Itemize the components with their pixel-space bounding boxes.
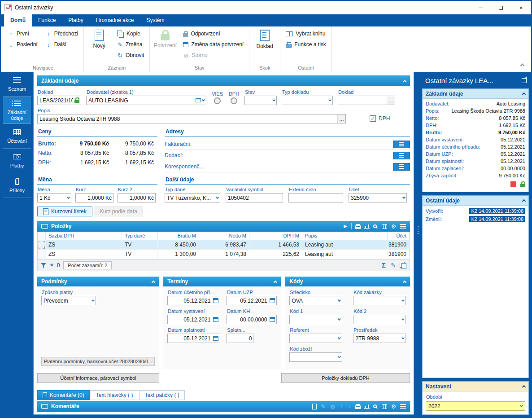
ucetni-informace-button[interactable]: Účetní informace, párovací symbol xyxy=(37,373,159,383)
filter-icon[interactable] xyxy=(41,263,47,268)
datum-splatnosti-field[interactable]: 05.12.2021 xyxy=(167,334,220,343)
chart-icon[interactable] xyxy=(364,404,370,409)
change-button[interactable]: ✎Změna xyxy=(114,39,147,50)
change-confirm-date-button[interactable]: Změna data potvrzení xyxy=(180,39,246,50)
invoice-address-menu-button[interactable] xyxy=(393,141,410,148)
zpusob-platby-dropdown[interactable]: Převodem xyxy=(41,296,96,305)
dodavatel-field[interactable]: AUTO LEASING xyxy=(86,96,206,105)
row-selector-cell[interactable] xyxy=(38,240,46,250)
sidebar-item-prilohy[interactable]: Přílohy xyxy=(3,173,31,198)
gear-icon[interactable]: ⚙ xyxy=(391,404,397,409)
polozky-dokladu-dph-button[interactable]: Položky dokladů DPH xyxy=(281,373,410,383)
column-header[interactable]: DPH M xyxy=(249,232,302,240)
doklad2-field[interactable]: … xyxy=(338,96,395,105)
datum-uzp-field[interactable]: 05.12.2021 xyxy=(227,296,277,305)
tab-text-hlavicky[interactable]: Text hlavičky ( ) xyxy=(91,390,139,400)
nastaveni-header[interactable]: Nastavení xyxy=(423,382,528,392)
popis-field[interactable]: Leasing Škoda Octavia 2TR 9988 … xyxy=(37,114,346,123)
mena-dropdown[interactable]: 1 Kč xyxy=(37,193,71,202)
storno-button[interactable]: ⊘Storno xyxy=(180,50,246,61)
datum-ucetniho-pripadu-field[interactable]: 05.12.2021 xyxy=(167,296,220,305)
externi-cislo-field[interactable] xyxy=(288,193,343,202)
summary-zakladni-header[interactable]: Základní údaje xyxy=(423,89,528,99)
typ-dokladu-dropdown[interactable] xyxy=(282,96,333,105)
obdobi-dropdown[interactable]: 2022 xyxy=(426,401,525,411)
splatnost-field[interactable]: 0 xyxy=(227,334,253,343)
referent-dropdown[interactable] xyxy=(289,334,342,343)
sidebar-item-uctovani[interactable]: Účtování xyxy=(3,124,31,149)
last-button[interactable]: ↓Poslední xyxy=(5,39,40,50)
collapse-section-button[interactable] xyxy=(522,92,526,96)
variabilni-symbol-field[interactable]: 1050402 xyxy=(226,193,283,202)
duplicate-icon[interactable] xyxy=(400,262,406,268)
calendar-icon[interactable] xyxy=(213,336,218,341)
menu-icon[interactable] xyxy=(400,406,406,407)
calendar-icon[interactable] xyxy=(270,298,275,303)
gear-icon[interactable]: ⚙ xyxy=(391,224,397,229)
tab-hromadne-akce[interactable]: Hromadné akce xyxy=(90,14,140,26)
column-header[interactable]: Sazba DPH xyxy=(46,232,122,240)
copy-button[interactable]: Kopie xyxy=(114,28,147,39)
collapse-section-button[interactable] xyxy=(274,280,277,284)
calendar-icon[interactable] xyxy=(270,317,275,322)
ucet-dropdown[interactable]: 325900 xyxy=(349,193,407,202)
new-comment-icon[interactable] xyxy=(312,404,317,409)
sum-icon[interactable]: Σ xyxy=(381,262,387,268)
stav-dropdown[interactable] xyxy=(244,96,277,105)
doklad-field[interactable]: LEAS/2021/10 xyxy=(37,96,81,105)
close-button[interactable]: × xyxy=(511,1,531,14)
minimize-button[interactable] xyxy=(471,1,491,14)
collapse-section-button[interactable] xyxy=(152,280,155,284)
datum-vystaveni-field[interactable]: 05.12.2021 xyxy=(167,315,220,324)
edit-icon[interactable]: ✎ xyxy=(320,404,326,409)
prostredek-dropdown[interactable]: 2TR 9988 xyxy=(353,334,406,343)
correspondence-address-menu-button[interactable] xyxy=(393,163,410,171)
tab-platby[interactable]: Platby xyxy=(62,14,89,26)
columns-icon[interactable] xyxy=(382,224,387,229)
summary-ostatni-header[interactable]: Ostatní údaje xyxy=(423,196,528,206)
move-down-icon[interactable]: ↓ xyxy=(347,404,352,409)
search-icon[interactable] xyxy=(373,224,377,228)
dph-checkbox-group[interactable]: ✓ DPH xyxy=(370,115,390,122)
payment-terms-note[interactable]: Platební podmínky, bankovní účet 2802802… xyxy=(41,357,155,366)
collapse-section-button[interactable] xyxy=(522,199,526,203)
maximize-button[interactable] xyxy=(491,1,511,14)
column-header[interactable]: Netto M xyxy=(199,232,249,240)
datum-kh-field[interactable]: 00.00.0000 xyxy=(227,315,277,324)
calendar-icon[interactable] xyxy=(213,317,218,322)
kurzovni-listek-button[interactable]: Kurzovní lístek xyxy=(37,207,92,216)
collapse-section-button[interactable] xyxy=(403,280,406,284)
first-button[interactable]: ↑První xyxy=(5,28,40,39)
column-header[interactable]: Typ daně xyxy=(122,232,158,240)
supplier-card-icon[interactable] xyxy=(196,98,201,102)
functions-print-button[interactable]: Funkce a tisk xyxy=(283,39,329,50)
tab-komentare[interactable]: Komentáře (0) xyxy=(37,390,90,400)
collapse-section-button[interactable] xyxy=(403,79,406,83)
kod2-dropdown[interactable] xyxy=(353,315,406,324)
kod-zbozi-dropdown[interactable] xyxy=(289,352,342,362)
edit-icon[interactable]: ✎ xyxy=(390,262,396,268)
sidebar-item-zakladni-udaje[interactable]: Základní údaje xyxy=(3,97,31,124)
delete-icon[interactable]: ⊘ xyxy=(330,404,336,409)
kurz-podle-data-button[interactable]: Kurz podle data xyxy=(94,207,143,216)
panel-splitter[interactable] xyxy=(416,72,420,415)
ellipsis-button[interactable]: … xyxy=(387,96,395,105)
columns-icon[interactable] xyxy=(382,404,387,409)
confirm-button[interactable]: Potvrzení xyxy=(153,28,178,48)
tab-system[interactable]: Systém xyxy=(140,14,170,26)
column-header[interactable]: Účet xyxy=(388,232,410,240)
collapse-section-button[interactable] xyxy=(522,385,526,389)
chevron-down-icon[interactable] xyxy=(202,98,205,101)
kod1-dropdown[interactable] xyxy=(289,315,342,324)
kod-zakazky-dropdown[interactable]: - xyxy=(353,296,406,305)
tab-domu[interactable]: Domů xyxy=(4,14,32,26)
menu-icon[interactable] xyxy=(400,226,406,227)
print-icon[interactable] xyxy=(355,405,361,409)
column-header[interactable]: Brutto M xyxy=(158,232,199,240)
move-up-icon[interactable]: ↑ xyxy=(339,404,344,409)
collapse-ribbon-button[interactable] xyxy=(520,64,525,68)
kurz2-field[interactable]: 1,0000 Kč xyxy=(118,193,156,202)
stredisko-dropdown[interactable]: OVA xyxy=(289,296,342,305)
previous-button[interactable]: ↑Předchozi xyxy=(43,28,81,39)
sidebar-item-platby[interactable]: Platby xyxy=(3,149,31,173)
